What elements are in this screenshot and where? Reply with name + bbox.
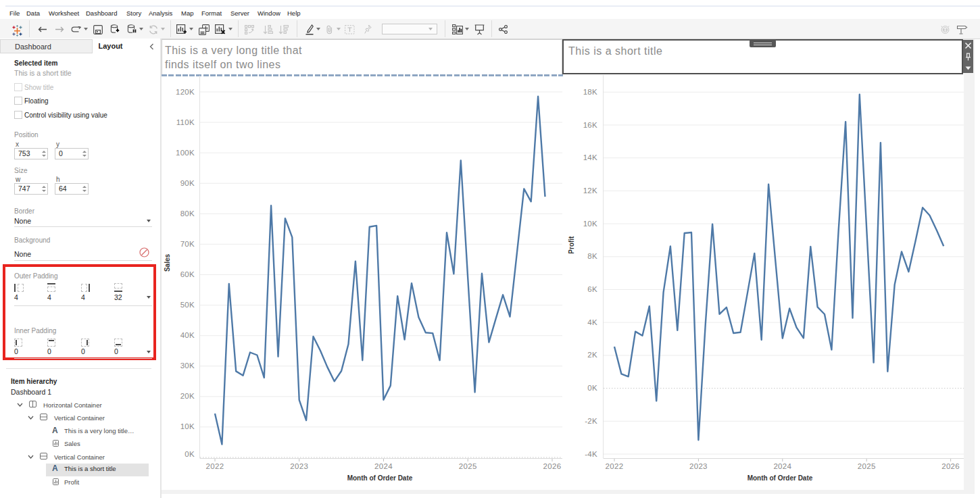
svg-text:30K: 30K <box>180 362 195 370</box>
svg-text:14K: 14K <box>583 153 597 161</box>
svg-text:2K: 2K <box>587 351 597 359</box>
svg-text:18K: 18K <box>583 88 597 96</box>
svg-text:2025: 2025 <box>858 462 876 470</box>
svg-text:90K: 90K <box>180 179 195 187</box>
svg-text:2026: 2026 <box>941 462 960 470</box>
svg-text:120K: 120K <box>176 88 195 96</box>
svg-text:2024: 2024 <box>374 462 393 470</box>
svg-text:50K: 50K <box>180 301 195 309</box>
svg-text:4K: 4K <box>587 318 597 326</box>
svg-text:2025: 2025 <box>459 462 477 470</box>
svg-text:16K: 16K <box>583 121 597 129</box>
svg-text:70K: 70K <box>180 240 195 248</box>
svg-text:Sales: Sales <box>164 253 171 272</box>
svg-text:2024: 2024 <box>773 462 791 470</box>
svg-text:Profit: Profit <box>568 236 576 254</box>
svg-text:100K: 100K <box>176 149 195 157</box>
svg-text:2023: 2023 <box>290 462 308 470</box>
svg-text:6K: 6K <box>587 285 597 293</box>
svg-text:80K: 80K <box>180 209 195 218</box>
svg-text:10K: 10K <box>180 422 195 430</box>
svg-text:110K: 110K <box>176 118 195 126</box>
svg-text:12K: 12K <box>583 186 597 195</box>
svg-text:Month of Order Date: Month of Order Date <box>748 474 813 482</box>
svg-text:60K: 60K <box>180 270 195 278</box>
svg-text:8K: 8K <box>587 252 597 260</box>
svg-text:2026: 2026 <box>543 462 562 470</box>
svg-text:-4K: -4K <box>585 450 597 458</box>
svg-text:2022: 2022 <box>606 462 624 470</box>
svg-text:0K: 0K <box>185 450 195 458</box>
svg-text:2022: 2022 <box>206 462 224 470</box>
svg-text:2023: 2023 <box>689 462 708 470</box>
svg-text:-2K: -2K <box>585 417 597 425</box>
svg-text:Month of Order Date: Month of Order Date <box>347 474 413 482</box>
svg-text:10K: 10K <box>583 220 597 228</box>
svg-text:40K: 40K <box>180 331 195 339</box>
svg-text:0K: 0K <box>587 384 597 392</box>
svg-text:20K: 20K <box>180 392 195 400</box>
